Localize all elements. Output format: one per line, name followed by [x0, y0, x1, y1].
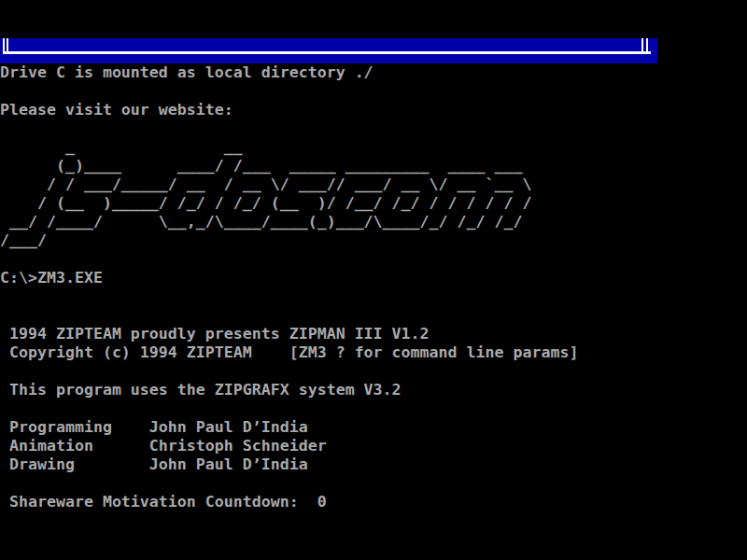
engine-line: This program uses the ZIPGRAFX system V3…	[0, 381, 747, 399]
blank-line	[0, 250, 747, 269]
blank-line	[0, 399, 747, 418]
credit-animation: Animation Christoph Schneider	[0, 437, 747, 455]
presents-line: 1994 ZIPTEAM proudly presents ZIPMAN III…	[0, 325, 747, 343]
command-prompt-line: C:\>ZM3.EXE	[0, 269, 747, 287]
dos-emulator-screen[interactable]: Drive C is mounted as local directory ./…	[0, 0, 747, 560]
ascii-logo-line: /___/	[0, 231, 747, 250]
ascii-logo-line: / (__ )_____/ /_/ / /_/ (__ )/ /__/ /_/ …	[0, 194, 747, 213]
credit-drawing: Drawing John Paul D’India	[0, 455, 747, 474]
credit-programming: Programming John Paul D’India	[0, 418, 747, 437]
blank-line	[0, 119, 747, 138]
blank-line	[0, 474, 747, 493]
website-message: Please visit our website:	[0, 101, 747, 119]
countdown-line: Shareware Motivation Countdown: 0	[0, 493, 747, 511]
window-border-right-inner	[641, 38, 643, 51]
ascii-logo-line: _ __	[0, 138, 747, 157]
blank-line	[0, 362, 747, 381]
status-window-remnant	[0, 0, 747, 65]
ascii-logo-line: / / ___/_____/ __ / __ \/ ___// ___/ __ …	[0, 175, 747, 194]
ascii-logo-line: __/ /____/ \__,_/\____/____(_)___/\____/…	[0, 213, 747, 231]
blank-line	[0, 306, 747, 325]
ascii-logo-line: (_)____ ____/ /___ _____ _________ ____ …	[0, 157, 747, 175]
terminal-output: Drive C is mounted as local directory ./…	[0, 63, 747, 511]
blank-line	[0, 287, 747, 306]
copyright-line: Copyright (c) 1994 ZIPTEAM [ZM3 ? for co…	[0, 343, 747, 362]
blank-line	[0, 82, 747, 101]
window-border-left-inner	[7, 38, 8, 51]
mount-message: Drive C is mounted as local directory ./	[0, 63, 747, 82]
window-border-bottom	[3, 51, 651, 54]
